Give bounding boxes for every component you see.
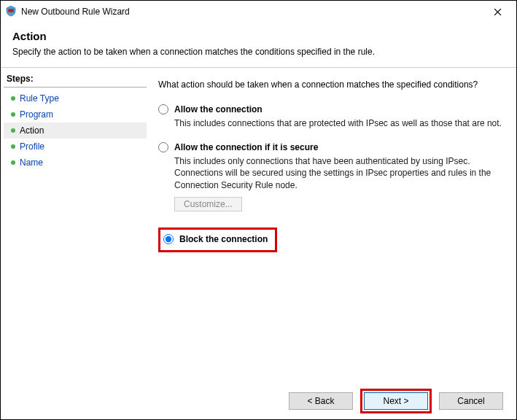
option-allow-secure-label: Allow the connection if it is secure <box>174 142 318 152</box>
close-icon <box>494 8 502 16</box>
radio-allow[interactable] <box>158 104 168 114</box>
page-description: Specify the action to be taken when a co… <box>12 47 505 57</box>
step-label: Action <box>20 125 44 136</box>
step-link[interactable]: Rule Type <box>20 93 59 104</box>
radio-block[interactable] <box>163 234 174 244</box>
bullet-icon <box>11 96 15 101</box>
highlight-next: Next > <box>360 389 432 413</box>
firewall-icon <box>5 5 17 19</box>
step-link[interactable]: Name <box>20 158 43 168</box>
header: Action Specify the action to be taken wh… <box>1 23 516 68</box>
step-program[interactable]: Program <box>4 106 147 122</box>
cancel-button[interactable]: Cancel <box>439 392 503 410</box>
option-allow-secure-desc: This includes only connections that have… <box>174 155 502 191</box>
bullet-icon <box>11 112 15 117</box>
steps-title: Steps: <box>4 72 147 88</box>
step-name[interactable]: Name <box>4 155 147 171</box>
question-text: What action should be taken when a conne… <box>158 79 502 90</box>
option-block: Block the connection <box>163 234 268 244</box>
step-link[interactable]: Program <box>20 109 53 120</box>
page-title: Action <box>12 30 505 42</box>
option-block-label: Block the connection <box>179 234 268 244</box>
bullet-icon <box>11 128 15 133</box>
step-action: Action <box>4 122 147 139</box>
back-button[interactable]: < Back <box>289 392 353 410</box>
body: Steps: Rule Type Program Action Profile … <box>1 68 516 382</box>
option-allow-desc: This includes connections that are prote… <box>174 117 502 129</box>
content-pane: What action should be taken when a conne… <box>147 68 516 382</box>
option-allow-label: Allow the connection <box>174 104 263 114</box>
step-profile[interactable]: Profile <box>4 139 147 155</box>
step-link[interactable]: Profile <box>20 141 44 152</box>
next-button[interactable]: Next > <box>364 392 428 410</box>
footer: < Back Next > Cancel <box>1 383 516 419</box>
highlight-block-option: Block the connection <box>158 228 277 252</box>
steps-sidebar: Steps: Rule Type Program Action Profile … <box>1 68 147 382</box>
bullet-icon <box>11 144 15 149</box>
close-button[interactable] <box>483 1 512 22</box>
option-allow-secure: Allow the connection if it is secure Thi… <box>158 142 502 211</box>
customize-button: Customize... <box>174 197 242 211</box>
window-title: New Outbound Rule Wizard <box>21 7 483 17</box>
option-allow: Allow the connection This includes conne… <box>158 104 502 129</box>
step-rule-type[interactable]: Rule Type <box>4 90 147 106</box>
titlebar: New Outbound Rule Wizard <box>1 1 516 23</box>
radio-allow-secure[interactable] <box>158 142 168 152</box>
bullet-icon <box>11 160 15 165</box>
